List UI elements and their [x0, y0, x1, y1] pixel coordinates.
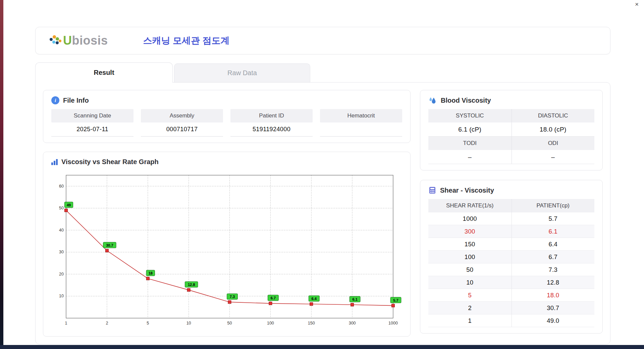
shear-rate-cell: 50: [428, 263, 512, 276]
file-info-fields: Scanning Date2025-07-11Assembly000710717…: [51, 109, 402, 137]
svg-text:7.3: 7.3: [230, 295, 235, 299]
svg-text:6.4: 6.4: [312, 297, 317, 301]
desktop-edge-bottom: [0, 345, 644, 349]
file-info-panel: i File Info Scanning Date2025-07-11Assem…: [43, 90, 411, 143]
app-header: Ubiosis 스캐닝 모세관 점도계: [35, 27, 610, 54]
patient-value-cell: 30.7: [512, 302, 595, 314]
svg-text:50: 50: [59, 206, 64, 210]
tab-result[interactable]: Result: [35, 62, 173, 83]
svg-text:1000: 1000: [388, 321, 398, 326]
patient-value-cell: 12.8: [512, 276, 595, 289]
bv-header-odi: ODI: [512, 137, 595, 150]
patient-value-cell: 5.7: [512, 212, 595, 225]
close-icon[interactable]: ×: [635, 1, 639, 8]
svg-text:150: 150: [308, 321, 315, 326]
shear-rate-cell: 2: [428, 302, 512, 314]
file-info-field: Patient ID51911924000: [230, 109, 313, 137]
shear-table-row: 518.0: [428, 289, 594, 302]
file-info-title: File Info: [63, 97, 89, 104]
content-panel: i File Info Scanning Date2025-07-11Assem…: [35, 82, 610, 344]
blood-viscosity-table: SYSTOLIC DIASTOLIC 6.1 (cP) 18.0 (cP) TO…: [428, 109, 594, 164]
svg-text:18: 18: [149, 271, 153, 275]
droplet-icon: [428, 96, 437, 104]
app-logo: Ubiosis: [50, 34, 108, 48]
shear-rate-cell: 100: [428, 251, 512, 263]
shear-rate-cell: 150: [428, 238, 512, 250]
svg-text:30: 30: [59, 250, 64, 254]
shear-rate-cell: 1: [428, 314, 512, 327]
desktop-edge-left: [0, 0, 3, 349]
bv-value-odi: –: [512, 150, 595, 164]
shear-rate-cell: 300: [428, 225, 512, 238]
svg-text:60: 60: [59, 184, 64, 189]
svg-text:12.8: 12.8: [188, 283, 195, 287]
svg-text:49: 49: [67, 203, 71, 207]
file-info-field: Assembly000710717: [141, 109, 223, 137]
shear-table-row: 149.0: [428, 314, 594, 327]
shear-table-row: 1006.7: [428, 251, 594, 263]
blood-viscosity-title: Blood Viscosity: [441, 97, 491, 104]
blood-viscosity-panel: Blood Viscosity SYSTOLIC DIASTOLIC 6.1 (…: [420, 90, 603, 170]
field-value: 2025-07-11: [51, 122, 133, 137]
svg-text:1: 1: [65, 321, 67, 326]
shear-table-row: 507.3: [428, 263, 594, 276]
calculator-icon: [428, 186, 436, 194]
svg-text:5.7: 5.7: [393, 298, 398, 302]
shear-viscosity-title: Shear - Viscosity: [440, 187, 494, 194]
file-info-field: Scanning Date2025-07-11: [51, 109, 133, 137]
field-label: Assembly: [141, 109, 223, 122]
field-label: Hematocrit: [320, 109, 402, 122]
svg-text:6.1: 6.1: [352, 297, 357, 301]
patient-value-cell: 6.7: [512, 251, 595, 263]
patient-value-cell: 6.4: [512, 238, 595, 250]
svg-text:100: 100: [267, 321, 274, 326]
bv-value-diastolic: 18.0 (cP): [512, 122, 595, 137]
shear-table-row: 1012.8: [428, 276, 594, 289]
bv-header-diastolic: DIASTOLIC: [512, 109, 595, 122]
shear-rate-cell: 5: [428, 289, 512, 301]
svg-text:40: 40: [59, 228, 64, 233]
svg-text:6.7: 6.7: [271, 296, 276, 300]
svg-text:300: 300: [349, 321, 356, 326]
field-value: 51911924000: [230, 122, 313, 137]
tab-bar: Result Raw Data: [35, 62, 610, 82]
tab-raw-data[interactable]: Raw Data: [174, 63, 310, 82]
field-label: Patient ID: [230, 109, 313, 122]
bv-value-todi: –: [428, 150, 512, 164]
patient-value-cell: 6.1: [512, 225, 595, 238]
svg-text:10: 10: [186, 321, 191, 326]
logo-mark-icon: [50, 35, 62, 46]
app-window: Ubiosis 스캐닝 모세관 점도계 Result Raw Data i Fi…: [35, 27, 610, 344]
file-info-field: Hematocrit: [320, 109, 402, 137]
shear-rate-column-header: SHEAR RATE(1/s): [428, 199, 512, 212]
bv-value-systolic: 6.1 (cP): [428, 122, 512, 137]
bv-header-todi: TODI: [428, 137, 512, 150]
shear-viscosity-table: SHEAR RATE(1/s) PATIENT(cp) 10005.73006.…: [428, 199, 594, 327]
field-value: [320, 122, 402, 137]
graph-title: Viscosity vs Shear Rate Graph: [61, 158, 159, 166]
info-icon: i: [51, 96, 59, 104]
app-title: 스캐닝 모세관 점도계: [143, 35, 230, 47]
shear-rate-cell: 10: [428, 276, 512, 289]
field-label: Scanning Date: [51, 109, 133, 122]
shear-table-row: 1506.4: [428, 238, 594, 251]
patient-column-header: PATIENT(cp): [512, 199, 595, 212]
patient-value-cell: 18.0: [512, 289, 595, 301]
graph-panel: Viscosity vs Shear Rate Graph 1020304050…: [43, 152, 411, 337]
svg-text:30.7: 30.7: [106, 243, 113, 247]
shear-table-row: 10005.7: [428, 212, 594, 225]
patient-value-cell: 7.3: [512, 263, 595, 276]
svg-text:2: 2: [106, 321, 108, 326]
bar-chart-icon: [51, 159, 58, 165]
window-titlebar: ×: [3, 0, 644, 9]
viscosity-shear-chart: 102030405060125105010015030010004930.718…: [51, 170, 402, 329]
patient-value-cell: 49.0: [512, 314, 595, 327]
field-value: 000710717: [141, 122, 223, 137]
svg-text:50: 50: [227, 321, 232, 326]
logo-text: Ubiosis: [63, 34, 108, 48]
svg-text:5: 5: [147, 321, 149, 326]
shear-table-row: 3006.1: [428, 225, 594, 238]
shear-rate-cell: 1000: [428, 212, 512, 225]
svg-text:20: 20: [59, 272, 64, 277]
shear-table-header: SHEAR RATE(1/s) PATIENT(cp): [428, 199, 594, 212]
